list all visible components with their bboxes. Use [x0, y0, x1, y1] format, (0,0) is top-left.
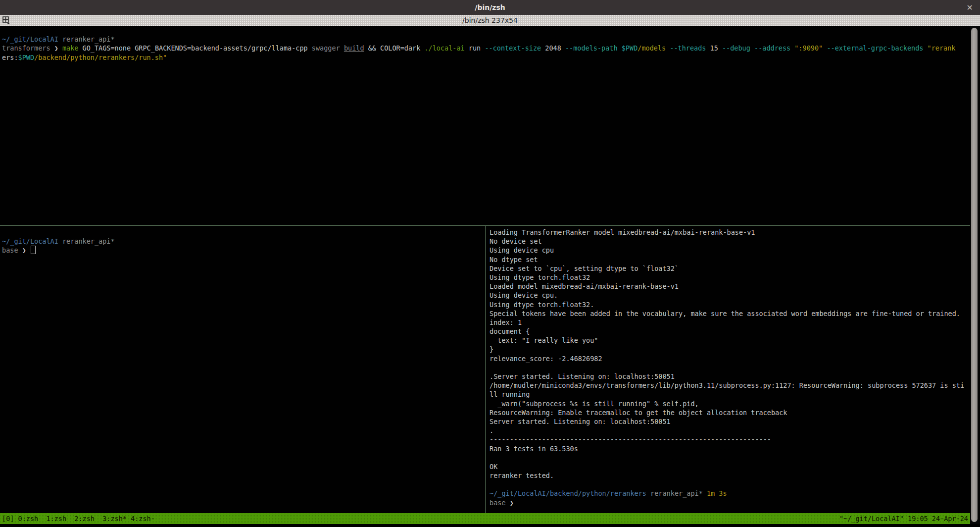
- text-segment: GO_TAGS=none GRPC_BACKENDS=backend-asset…: [78, 44, 311, 52]
- layout-picker-icon[interactable]: [2, 16, 11, 25]
- terminal-line: ~/_git/LocalAI reranker_api*: [2, 35, 970, 44]
- text-segment: ers:: [2, 53, 18, 61]
- text-segment: $PWD: [622, 44, 638, 52]
- pane-bottom-left-shell[interactable]: ~/_git/LocalAI reranker_api*base ❯: [0, 226, 486, 513]
- tmux-status-bar[interactable]: [0] 0:zsh 1:zsh 2:zsh 3:zsh* 4:zsh- "~/_…: [0, 513, 970, 524]
- terminal-line: [490, 363, 970, 372]
- text-segment: .Server started. Listening on: localhost…: [490, 372, 675, 380]
- text-segment: .: [490, 426, 493, 434]
- text-segment: ----------------------------------------…: [490, 435, 771, 443]
- terminal-line: /home/mudler/miniconda3/envs/transformer…: [490, 381, 970, 390]
- text-segment: Loading TransformerRanker model mixedbre…: [490, 228, 755, 236]
- terminal-line: ll running: [490, 390, 970, 399]
- terminal-line: document {: [490, 327, 970, 336]
- text-segment: ❯: [22, 246, 30, 254]
- text-segment: [618, 44, 622, 52]
- tmux-window-list: [0] 0:zsh 1:zsh 2:zsh 3:zsh* 4:zsh-: [2, 515, 155, 523]
- text-segment: "rerank: [928, 44, 956, 52]
- pane-bottom-right-log[interactable]: Loading TransformerRanker model mixedbre…: [486, 226, 970, 513]
- text-segment: reranker_api*: [58, 237, 115, 245]
- text-segment: ~/_git/LocalAI/backend/python/rerankers: [490, 489, 646, 497]
- scrollbar-track[interactable]: [970, 26, 980, 524]
- text-segment: ./local-ai: [424, 44, 464, 52]
- text-segment: Loaded model mixedbread-ai/mxbai-rerank-…: [490, 282, 679, 290]
- text-segment: relevance_score: -2.46826982: [490, 355, 602, 363]
- text-segment: --external-grpc-backends: [827, 44, 923, 52]
- pane-top-shell[interactable]: ~/_git/LocalAI reranker_api*transformers…: [0, 26, 970, 225]
- text-segment: Using device cpu: [490, 246, 554, 254]
- text-segment: Server started. Listening on: localhost:…: [490, 418, 671, 425]
- text-segment: swagger: [312, 44, 344, 52]
- text-segment: ~/_git/LocalAI: [2, 35, 58, 43]
- terminal-line: OK: [490, 462, 970, 471]
- text-segment: _warn("subprocess %s is still running" %…: [490, 400, 699, 408]
- text-segment: Special tokens have been added in the vo…: [490, 310, 960, 317]
- text-segment: 2048: [541, 44, 565, 52]
- terminal-line: Server started. Listening on: localhost:…: [490, 417, 970, 426]
- terminal-line: [2, 26, 970, 35]
- terminal-line: base ❯: [490, 498, 970, 507]
- text-segment: OK: [490, 463, 497, 471]
- text-segment: --threads: [670, 44, 706, 52]
- terminal-line: Using device cpu: [490, 246, 970, 255]
- terminal-line: ~/_git/LocalAI/backend/python/rerankers …: [490, 489, 970, 498]
- text-segment: /home/mudler/miniconda3/envs/transformer…: [490, 381, 964, 389]
- terminal-line: base ❯: [2, 246, 486, 255]
- text-segment: index: 1: [490, 318, 522, 326]
- terminal-line: .: [490, 426, 970, 435]
- terminal-line: ers:$PWD/backend/python/rerankers/run.sh…: [2, 53, 970, 62]
- text-segment: base: [2, 246, 22, 254]
- text-segment: /models: [637, 44, 670, 52]
- terminal-line: ResourceWarning: Enable tracemalloc to g…: [490, 408, 970, 417]
- terminal-line: Using device cpu.: [490, 291, 970, 300]
- terminal-screen[interactable]: ~/_git/LocalAI reranker_api*transformers…: [0, 26, 980, 513]
- text-segment: ❯: [510, 499, 514, 507]
- text-segment: $PWD: [18, 53, 35, 61]
- text-segment: make: [62, 44, 79, 52]
- text-segment: 15: [706, 44, 722, 52]
- terminal-line: _warn("subprocess %s is still running" %…: [490, 399, 970, 408]
- terminal-line: .Server started. Listening on: localhost…: [490, 372, 970, 381]
- terminal-line: [490, 453, 970, 462]
- terminal-line: ----------------------------------------…: [490, 435, 970, 444]
- text-cursor: [31, 246, 36, 254]
- tab-bar[interactable]: /bin/zsh 237x54: [0, 15, 980, 26]
- text-segment: [923, 44, 927, 52]
- text-segment: ❯: [54, 44, 62, 52]
- terminal-line: text: "I really like you": [490, 336, 970, 345]
- terminal-line: [2, 228, 486, 237]
- close-icon[interactable]: ✕: [967, 0, 973, 15]
- text-segment: text: "I really like you": [490, 336, 598, 344]
- text-segment: build: [344, 44, 364, 52]
- text-segment: /backend/python/rerankers/run.sh": [34, 53, 167, 61]
- terminal-line: transformers ❯ make GO_TAGS=none GRPC_BA…: [2, 44, 970, 53]
- terminal-line: ~/_git/LocalAI reranker_api*: [2, 237, 486, 246]
- window-title: /bin/zsh: [475, 3, 505, 11]
- text-segment: Using dtype torch.float32: [490, 273, 590, 281]
- text-segment: Device set to `cpu`, setting dtype to `f…: [490, 264, 679, 272]
- tab-label: /bin/zsh 237x54: [462, 16, 518, 24]
- text-segment: ll running: [490, 390, 530, 398]
- terminal-line: Device set to `cpu`, setting dtype to `f…: [490, 264, 970, 273]
- terminal-line: relevance_score: -2.46826982: [490, 354, 970, 363]
- text-segment: Ran 3 tests in 63.530s: [490, 445, 578, 453]
- tmux-status-right: "~/_git/LocalAI" 19:05 24-Apr-24: [839, 515, 968, 523]
- terminal-line: }: [490, 345, 970, 354]
- text-segment: No dtype set: [490, 256, 538, 264]
- text-segment: base: [490, 499, 510, 507]
- text-segment: --address: [754, 44, 790, 52]
- terminal-line: No dtype set: [490, 255, 970, 264]
- text-segment: reranker_api*: [58, 35, 115, 43]
- text-segment: }: [490, 345, 493, 353]
- text-segment: No device set: [490, 237, 542, 245]
- terminal-line: Using dtype torch.float32: [490, 273, 970, 282]
- text-segment: transformers: [2, 44, 54, 52]
- text-segment: document {: [490, 327, 530, 335]
- window-titlebar[interactable]: /bin/zsh ✕: [0, 0, 980, 15]
- terminal-line: Loading TransformerRanker model mixedbre…: [490, 228, 970, 237]
- text-segment: --context-size: [485, 44, 541, 52]
- terminal-line: No device set: [490, 237, 970, 246]
- scrollbar-thumb[interactable]: [971, 28, 978, 522]
- text-segment: 1m 3s: [703, 489, 727, 497]
- text-segment: reranker_api*: [646, 489, 703, 497]
